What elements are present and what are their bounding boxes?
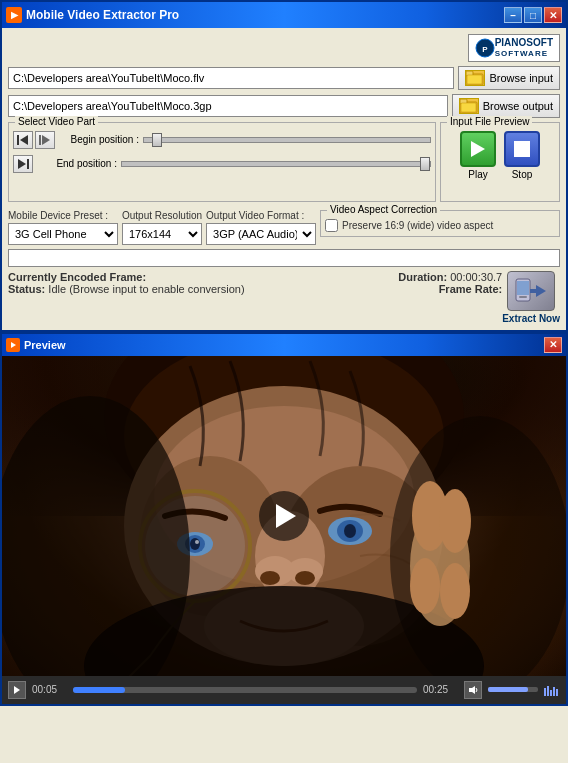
duration-label: Duration: (398, 271, 447, 283)
window-controls: – □ ✕ (504, 7, 562, 23)
preview-current-time: 00:05 (32, 684, 67, 695)
device-group: Mobile Device Preset : 3G Cell PhoneNoki… (8, 210, 118, 245)
svg-rect-55 (553, 687, 555, 696)
pianosoft-icon: P (475, 38, 495, 58)
svg-rect-7 (461, 103, 476, 112)
resolution-select[interactable]: 176x144320x240352x288640x480 (122, 223, 202, 245)
play-button[interactable]: Play (460, 131, 496, 180)
header-row: P PIANOSOFT SOFTWARE (8, 34, 560, 62)
extract-icon-svg (512, 275, 550, 307)
browse-input-button[interactable]: Browse input (458, 66, 560, 90)
svg-point-48 (410, 558, 440, 614)
format-group: Output Video Format : 3GP (AAC Audio)3GP… (206, 210, 316, 245)
frame-status-row: Currently Encoded Frame: (8, 271, 398, 283)
stop-label: Stop (512, 169, 533, 180)
status-value-row: Status: Idle (Browse input to enable con… (8, 283, 398, 295)
play-triangle (471, 141, 485, 157)
aspect-panel: Video Aspect Correction Preserve 16:9 (w… (320, 210, 560, 237)
input-row: Browse input (8, 66, 560, 90)
svg-rect-52 (544, 688, 546, 696)
output-row: Browse output (8, 94, 560, 118)
svg-point-49 (440, 563, 470, 619)
maximize-button[interactable]: □ (524, 7, 542, 23)
progress-bar (8, 249, 560, 267)
extract-button[interactable] (507, 271, 555, 311)
format-select[interactable]: 3GP (AAC Audio)3GP (AMR Audio)MP4 (AAC A… (206, 223, 316, 245)
status-key: Status: (8, 283, 45, 295)
end-label: End position : (37, 158, 117, 169)
svg-point-30 (260, 571, 280, 585)
stop-square (514, 141, 530, 157)
svg-marker-51 (469, 686, 475, 694)
video-part-title: Select Video Part (15, 116, 98, 127)
play-begin-button[interactable] (35, 131, 55, 149)
preview-window-title: Preview (24, 339, 66, 351)
logo-area: P PIANOSOFT SOFTWARE (468, 34, 560, 62)
play-icon (460, 131, 496, 167)
input-file-preview-panel: Input File Preview Play Stop (440, 122, 560, 202)
begin-slider-thumb[interactable] (152, 133, 162, 147)
format-label: Output Video Format : (206, 210, 316, 221)
svg-marker-50 (14, 686, 20, 694)
app-title: Mobile Video Extractor Pro (26, 8, 504, 22)
svg-point-31 (295, 571, 315, 585)
output-path-field[interactable] (8, 95, 448, 117)
preview-video-frame[interactable] (2, 356, 566, 676)
svg-rect-56 (556, 689, 558, 696)
end-slider-thumb[interactable] (420, 157, 430, 171)
extract-label: Extract Now (502, 313, 560, 324)
skip-start-button[interactable] (13, 131, 33, 149)
play-overlay-triangle (276, 504, 296, 528)
stop-button[interactable]: Stop (504, 131, 540, 180)
svg-rect-4 (467, 75, 482, 84)
preview-title-bar: Preview ✕ (2, 334, 566, 356)
framerate-row: Frame Rate: (398, 283, 502, 295)
equalizer-icon (544, 684, 560, 696)
preview-close-button[interactable]: ✕ (544, 337, 562, 353)
status-left: Currently Encoded Frame: Status: Idle (B… (8, 271, 398, 295)
video-part-panel: Select Video Part (8, 122, 436, 202)
browse-output-button[interactable]: Browse output (452, 94, 560, 118)
svg-rect-54 (550, 690, 552, 696)
aspect-title: Video Aspect Correction (327, 204, 440, 215)
preview-seekbar[interactable] (73, 687, 417, 693)
preview-end-time: 00:25 (423, 684, 458, 695)
svg-text:P: P (482, 45, 488, 54)
end-position-row: End position : (13, 155, 431, 173)
svg-point-47 (439, 489, 471, 553)
controls-row: Mobile Device Preset : 3G Cell PhoneNoki… (8, 210, 560, 245)
minimize-button[interactable]: – (504, 7, 522, 23)
preview-window: Preview ✕ (0, 332, 568, 706)
begin-label: Begin position : (59, 134, 139, 145)
video-play-overlay[interactable] (259, 491, 309, 541)
input-path-field[interactable] (8, 67, 454, 89)
resolution-label: Output Resolution (122, 210, 202, 221)
title-bar: ▶ Mobile Video Extractor Pro – □ ✕ (2, 2, 566, 28)
svg-rect-8 (17, 135, 19, 145)
aspect-label: Preserve 16:9 (wide) video aspect (342, 220, 493, 231)
progress-row (8, 249, 560, 267)
duration-row: Duration: 00:00:30.7 (398, 271, 502, 283)
volume-icon (468, 685, 478, 695)
svg-rect-15 (517, 281, 529, 295)
folder-output-icon (459, 98, 479, 114)
preview-controls: 00:05 00:25 (2, 676, 566, 704)
preview-play-icon (12, 685, 22, 695)
aspect-checkbox[interactable] (325, 219, 338, 232)
skip-end-button[interactable] (13, 155, 33, 173)
svg-marker-11 (42, 135, 50, 145)
svg-point-36 (190, 538, 200, 550)
extract-area: Extract Now (502, 271, 560, 324)
preview-volume-button[interactable] (464, 681, 482, 699)
status-right: Duration: 00:00:30.7 Frame Rate: (398, 271, 502, 295)
svg-rect-53 (547, 686, 549, 696)
device-select[interactable]: 3G Cell PhoneNokia N-SeriesSony Ericsson… (8, 223, 118, 245)
device-label: Mobile Device Preset : (8, 210, 118, 221)
media-controls: Play Stop (445, 131, 555, 180)
aspect-checkbox-row: Preserve 16:9 (wide) video aspect (325, 219, 555, 232)
begin-position-row: Begin position : (13, 131, 431, 149)
svg-rect-16 (519, 296, 527, 298)
preview-play-button[interactable] (8, 681, 26, 699)
close-button[interactable]: ✕ (544, 7, 562, 23)
preview-volume-bar[interactable] (488, 687, 538, 692)
